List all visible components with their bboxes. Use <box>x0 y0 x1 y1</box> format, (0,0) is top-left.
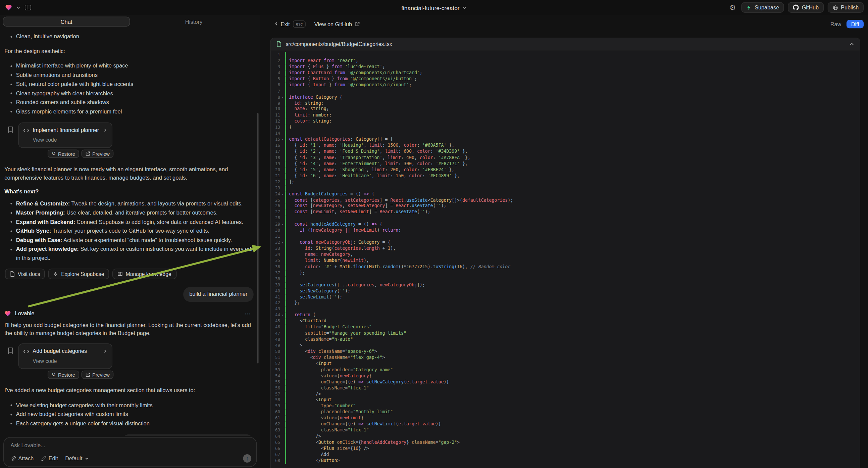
bullet-item: Refine & Customize: Tweak the design, an… <box>10 199 255 208</box>
github-button[interactable]: GitHub <box>788 2 824 13</box>
code-line-51: 51 <div className="flex gap-4"> <box>271 355 860 361</box>
code-line-21: 21 { id: '6', name: 'Healthcare', limit:… <box>271 173 860 179</box>
knowledge-book-icon <box>118 271 123 277</box>
view-code-link[interactable]: View code <box>23 136 107 144</box>
design-intro-text: For the design aesthetic: <box>4 47 255 55</box>
code-line-27: 27 const [newLimit, setNewLimit] = React… <box>271 209 860 215</box>
mode-selector[interactable]: Default <box>65 455 89 461</box>
bullet-item: Clean, intuitive navigation <box>10 32 255 41</box>
code-line-45: 45 <ChartCard <box>271 319 860 325</box>
code-line-20: 20 { id: '5', name: 'Shopping', limit: 2… <box>271 167 860 173</box>
lovable-heart-icon <box>4 310 11 317</box>
code-line-9: 9 id: string; <box>271 100 860 107</box>
project-selector[interactable]: financial-future-creator <box>401 4 467 11</box>
chat-input[interactable] <box>10 442 250 452</box>
code-line-42: 42 }; <box>271 300 860 306</box>
bullet-item: Clean typography with clear hierarchies <box>10 89 255 98</box>
restore-label: Restore <box>58 372 75 378</box>
mode-chevron-down-icon <box>85 456 89 461</box>
explore-supabase-button[interactable]: Explore Supabase <box>48 269 109 279</box>
code-line-48: 48 className="h-auto" <box>271 337 860 343</box>
restore-button[interactable]: ↺ Restore <box>48 150 79 158</box>
chevron-right-icon <box>103 349 107 353</box>
publish-button[interactable]: Publish <box>828 2 864 13</box>
code-line-23: 23 <box>271 185 860 192</box>
chat-scrollbar[interactable] <box>257 113 259 363</box>
chat-history-tabs: Chat History <box>3 17 257 27</box>
attach-button[interactable]: Attach <box>10 455 34 461</box>
message-menu-icon[interactable]: ⋯ <box>245 310 251 318</box>
tab-history[interactable]: History <box>130 17 258 27</box>
assistant-header: Lovable ⋯ <box>4 310 255 318</box>
settings-gear-icon[interactable]: ⚙ <box>730 4 736 11</box>
raw-toggle[interactable]: Raw <box>830 21 841 27</box>
project-chevron-down-icon <box>462 6 467 10</box>
bullet-list-added: View existing budget categories with the… <box>4 401 255 428</box>
code-line-52: 52 <Input <box>271 361 860 367</box>
manage-knowledge-button[interactable]: Manage knowledge <box>113 269 176 279</box>
whats-next-heading: What's next? <box>4 188 255 196</box>
version-title: Add budget categories <box>33 348 87 355</box>
code-line-34: 34 name: newCategory, <box>271 252 860 258</box>
ready-text: Your sleek financial planner is now read… <box>4 166 255 182</box>
version-card-block-2: Add budget categories View code ↺ Restor… <box>4 344 255 379</box>
chat-composer: Attach Edit Default ↑ <box>3 437 257 467</box>
bullet-list-top: Clean, intuitive navigation <box>4 32 255 41</box>
view-on-github-link[interactable]: View on GitHub <box>314 21 360 27</box>
preview-button[interactable]: Preview <box>81 150 114 158</box>
code-line-25: 25 const [categories, setCategories] = R… <box>271 197 860 203</box>
view-code-link[interactable]: View code <box>23 357 107 365</box>
file-icon <box>276 41 282 47</box>
user-message-2: would be cool if you could add budget ca… <box>122 434 254 436</box>
code-line-60: 60 placeholder="Monthly limit" <box>271 410 860 416</box>
bullet-item: Debug with Ease: Activate our experiment… <box>10 236 255 244</box>
bookmark-icon[interactable] <box>8 348 13 379</box>
supabase-button[interactable]: Supabase <box>742 2 784 13</box>
tab-chat[interactable]: Chat <box>3 17 130 27</box>
send-button[interactable]: ↑ <box>243 454 251 463</box>
preview-button[interactable]: Preview <box>81 371 114 379</box>
explore-supabase-label: Explore Supabase <box>61 271 104 277</box>
bullet-list-design: Minimalist interface with plenty of whit… <box>4 61 255 116</box>
bullet-item: Expand with Backend: Connect Supabase to… <box>10 217 255 226</box>
visit-docs-label: Visit docs <box>18 271 40 277</box>
bookmark-icon[interactable] <box>8 126 13 158</box>
visit-docs-button[interactable]: Visit docs <box>5 269 45 279</box>
code-line-24: 24▾const BudgetCategories = () => { <box>271 192 860 197</box>
code-line-37: 37 }; <box>271 270 860 276</box>
code-brackets-icon <box>23 349 29 354</box>
logo-chevron-down-icon[interactable] <box>16 5 21 10</box>
code-line-67: 67 Add <box>271 452 860 458</box>
publish-label: Publish <box>841 4 859 10</box>
supabase-bolt-icon <box>53 271 58 277</box>
code-line-32: 32▾ const newCategoryObj: Category = { <box>271 240 860 246</box>
restore-icon: ↺ <box>52 151 56 156</box>
bullet-item: GitHub Sync: Transfer your project's cod… <box>10 227 255 235</box>
version-card-add-budget-categories[interactable]: Add budget categories View code <box>18 344 112 369</box>
restore-button[interactable]: ↺ Restore <box>48 371 79 379</box>
code-line-35: 35 limit: Number(newLimit), <box>271 258 860 264</box>
supabase-label: Supabase <box>754 4 779 10</box>
code-line-2: 2import React from 'react'; <box>271 58 860 64</box>
attach-label: Attach <box>18 455 34 461</box>
code-line-65: 65 <Button onClick={handleAddCategory} c… <box>271 440 860 446</box>
code-line-39: 39 setCategories([...categories, newCate… <box>271 282 860 288</box>
lovable-logo-heart-icon[interactable] <box>5 4 12 11</box>
version-card-implement-financial-planner[interactable]: Implement financial planner View code <box>18 122 112 148</box>
restore-icon: ↺ <box>52 372 56 377</box>
code-editor[interactable]: 12import React from 'react';3import { Pl… <box>271 50 860 464</box>
code-line-5: 5import { Button } from '@/components/ui… <box>271 76 860 82</box>
exit-button[interactable]: Exit <box>274 21 290 27</box>
code-line-55: 55 onChange={(e) => setNewCategory(e.tar… <box>271 379 860 385</box>
code-line-36: 36 color: '#' + Math.floor(Math.random()… <box>271 264 860 270</box>
sidebar-toggle-icon[interactable] <box>25 4 32 11</box>
code-line-3: 3import { Plus } from 'lucide-react'; <box>271 64 860 70</box>
collapse-chevron-up-icon[interactable] <box>849 41 854 47</box>
manage-knowledge-label: Manage knowledge <box>126 271 172 277</box>
edit-button[interactable]: Edit <box>41 455 58 461</box>
code-line-59: 59 type="number" <box>271 404 860 410</box>
bullet-list-next-steps: Refine & Customize: Tweak the design, an… <box>4 199 255 262</box>
code-line-14: 14 <box>271 131 860 137</box>
file-header[interactable]: src/components/budget/BudgetCategories.t… <box>271 38 860 50</box>
diff-toggle[interactable]: Diff <box>847 20 864 28</box>
